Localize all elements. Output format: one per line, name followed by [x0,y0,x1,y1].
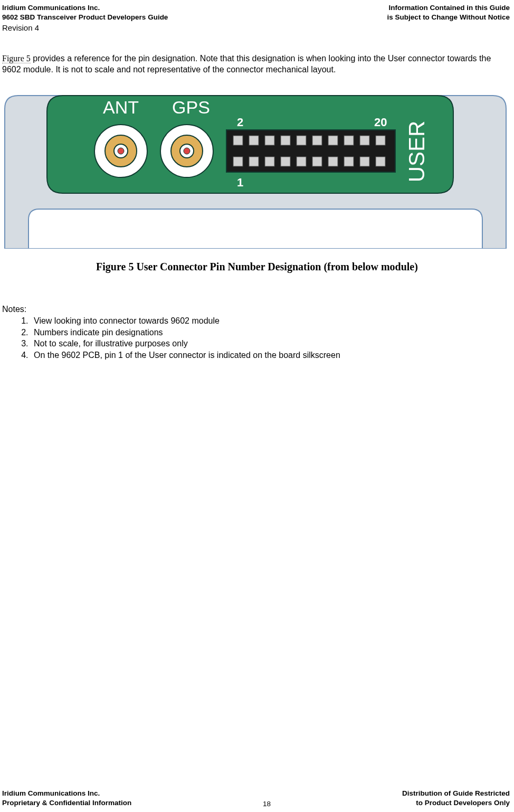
svg-rect-25 [344,157,354,166]
page-header: Iridium Communications Inc. 9602 SBD Tra… [0,0,514,22]
header-right: Information Contained in this Guide is S… [387,3,510,22]
notes-list: View looking into connector towards 9602… [2,315,512,361]
header-notice-line2: is Subject to Change Without Notice [387,13,510,22]
header-company: Iridium Communications Inc. [2,3,168,13]
header-product: 9602 SBD Transceiver Product Developers … [2,13,168,22]
module-diagram: ANT GPS 2 20 1 USER [2,90,509,249]
svg-rect-17 [376,136,385,145]
module-cutout [28,209,482,249]
ant-label: ANT [103,97,139,117]
svg-rect-13 [312,136,322,145]
svg-rect-11 [281,136,290,145]
revision-line: Revision 4 [0,22,514,32]
notes-section: Notes: View looking into connector towar… [0,273,514,361]
pin-1-label: 1 [237,176,243,189]
figure-5: ANT GPS 2 20 1 USER Fi [2,90,512,273]
svg-rect-19 [249,157,259,166]
gps-connector [160,125,213,177]
header-left: Iridium Communications Inc. 9602 SBD Tra… [2,3,168,22]
figure-5-link[interactable]: Figure 5 [2,54,31,63]
svg-rect-12 [297,136,306,145]
svg-rect-10 [265,136,274,145]
figure-5-caption: Figure 5 User Connector Pin Number Desig… [2,261,512,273]
svg-rect-24 [328,157,338,166]
svg-rect-9 [249,136,259,145]
header-notice-line1: Information Contained in this Guide [387,3,510,13]
svg-rect-23 [312,157,322,166]
gps-label: GPS [172,97,210,117]
pin-2-label: 2 [237,116,243,129]
notes-heading: Notes: [2,305,26,314]
footer-confidential: Proprietary & Confidential Information [2,798,131,808]
svg-rect-16 [360,136,369,145]
svg-point-7 [184,148,190,154]
svg-rect-15 [344,136,354,145]
svg-rect-26 [360,157,369,166]
intro-paragraph: Figure 5 provides a reference for the pi… [0,32,514,75]
footer-distribution-2: to Product Developers Only [402,798,510,808]
ant-connector [94,125,147,177]
pin-20-label: 20 [374,116,387,129]
svg-point-3 [118,148,124,154]
svg-rect-27 [376,157,385,166]
user-label: USER [404,121,429,183]
footer-right: Distribution of Guide Restricted to Prod… [402,789,510,808]
list-item: Not to scale, for illustrative purposes … [31,338,512,350]
svg-rect-21 [281,157,290,166]
svg-rect-18 [233,157,243,166]
list-item: View looking into connector towards 9602… [31,315,512,327]
list-item: Numbers indicate pin designations [31,327,512,338]
footer-left: Iridium Communications Inc. Proprietary … [2,789,131,808]
svg-rect-14 [328,136,338,145]
intro-rest: provides a reference for the pin designa… [2,54,491,74]
svg-rect-8 [233,136,243,145]
footer-distribution-1: Distribution of Guide Restricted [402,789,510,798]
page-number: 18 [256,800,278,808]
svg-rect-20 [265,157,274,166]
list-item: On the 9602 PCB, pin 1 of the User conne… [31,350,512,361]
footer-company: Iridium Communications Inc. [2,789,131,798]
page-footer: Iridium Communications Inc. Proprietary … [2,789,510,808]
svg-rect-22 [297,157,306,166]
